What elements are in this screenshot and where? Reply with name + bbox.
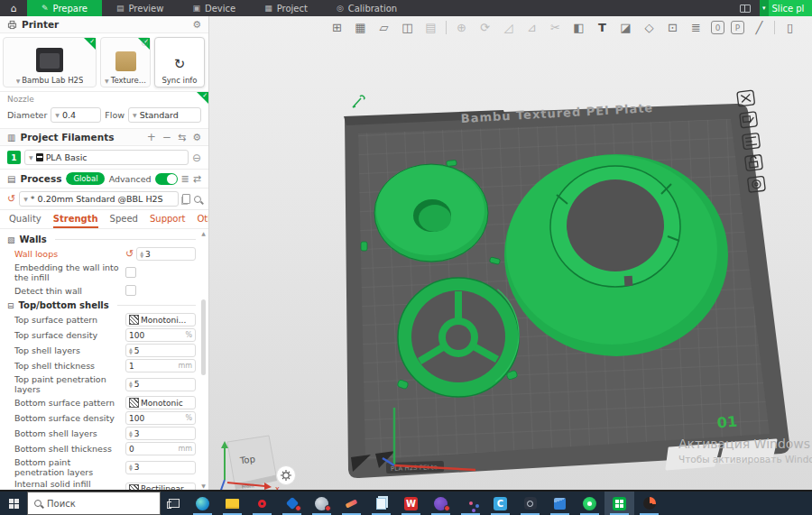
color-paint-icon[interactable]: ◧ bbox=[570, 19, 587, 36]
taskbar-app-opera-browser[interactable] bbox=[247, 492, 277, 515]
window-layout-icon[interactable] bbox=[740, 5, 751, 13]
start-button[interactable] bbox=[0, 492, 27, 515]
menu-tab-project[interactable]: ▦Project bbox=[250, 0, 322, 16]
sync-filament-icon[interactable]: ⇆ bbox=[178, 132, 186, 143]
taskbar-app-cube-3d-app[interactable] bbox=[545, 492, 575, 515]
process-tab-support[interactable]: Support bbox=[150, 214, 186, 228]
edit-filament-icon[interactable]: ⊖ bbox=[192, 152, 201, 164]
spin-input[interactable]: ▲▼5 bbox=[125, 378, 196, 391]
add-plate-icon[interactable]: ▦ bbox=[352, 19, 369, 36]
taskbar-app-camera-app[interactable] bbox=[515, 492, 545, 515]
spin-input[interactable]: ▲▼3 bbox=[125, 427, 196, 440]
assembly-p-icon[interactable]: P bbox=[731, 21, 744, 34]
spin-input[interactable]: ▲▼5 bbox=[125, 344, 196, 357]
menu-tab-preview[interactable]: ▤Preview bbox=[102, 0, 178, 16]
info-icon[interactable]: ⓘ bbox=[142, 39, 148, 48]
sync-info-button[interactable]: ↻ Sync info bbox=[154, 37, 205, 87]
process-preset-select[interactable]: ▼ * 0.20mm Standard @BBL H2S bbox=[19, 191, 179, 207]
model-cone[interactable] bbox=[504, 154, 728, 356]
nozzle-diameter-select[interactable]: ▼ 0.4 bbox=[51, 107, 101, 123]
search-settings-icon[interactable] bbox=[194, 196, 201, 203]
advanced-toggle[interactable] bbox=[155, 173, 178, 185]
edge-tool-icon[interactable]: ▯ bbox=[781, 19, 798, 36]
viewport-3d[interactable]: ⊞▦▱◫▤⊕⟳◿⊿✂◧T◪◇⊡≣0P╱▯ Bambu Textured PEI … bbox=[209, 16, 812, 490]
spinner-arrows-icon[interactable]: ▲▼ bbox=[129, 464, 133, 471]
filament-settings-gear-icon[interactable]: ⚙ bbox=[192, 132, 201, 143]
taskbar-app-file-explorer[interactable] bbox=[217, 492, 247, 515]
taskbar-app-blue-diamond-app[interactable] bbox=[277, 492, 307, 515]
menu-tab-prepare[interactable]: ✎Prepare bbox=[27, 0, 102, 16]
home-button[interactable]: ⌂ bbox=[0, 0, 27, 16]
section-header[interactable]: ⊟Top/bottom shells bbox=[7, 300, 196, 310]
value-input[interactable]: 100% bbox=[125, 328, 196, 342]
printer-card[interactable]: ▼Bambu Lab H2S bbox=[3, 37, 97, 87]
view-settings-button[interactable] bbox=[277, 466, 296, 485]
spin-input[interactable]: ▲▼3 bbox=[136, 247, 196, 261]
process-tab-speed[interactable]: Speed bbox=[110, 214, 138, 228]
spinner-arrows-icon[interactable]: ▲▼ bbox=[129, 381, 133, 388]
slice-button[interactable]: ▾ Slice pl bbox=[760, 0, 812, 16]
printer-settings-gear-icon[interactable]: ⚙ bbox=[192, 19, 201, 31]
taskbar-search[interactable]: Поиск bbox=[27, 492, 161, 515]
filament-select[interactable]: ▼ PLA Basic bbox=[24, 150, 189, 165]
pattern-select[interactable]: Monotoni... bbox=[125, 313, 196, 326]
edit-plate-name-icon[interactable] bbox=[353, 96, 364, 107]
taskbar-app-edge-browser[interactable] bbox=[188, 492, 217, 515]
reset-value-icon[interactable]: ↺ bbox=[125, 248, 134, 260]
add-filament-button[interactable]: + bbox=[147, 131, 156, 143]
text-tool-icon[interactable]: T bbox=[594, 19, 611, 36]
spinner-arrows-icon[interactable]: ▲▼ bbox=[129, 347, 133, 354]
expand-settings-icon[interactable]: ≣ bbox=[181, 173, 189, 185]
process-tab-others[interactable]: Others bbox=[198, 214, 210, 228]
nozzle-flow-select[interactable]: ▼ Standard bbox=[128, 107, 201, 123]
auto-orient-icon[interactable]: ▱ bbox=[375, 19, 392, 36]
compare-presets-icon[interactable]: ⇄ bbox=[193, 173, 201, 185]
section-header[interactable]: ▧Walls bbox=[7, 235, 196, 244]
save-preset-icon[interactable] bbox=[182, 194, 190, 204]
checkbox[interactable] bbox=[125, 285, 136, 296]
value-input[interactable]: 100% bbox=[125, 411, 196, 425]
checkbox[interactable] bbox=[125, 267, 136, 278]
spinner-arrows-icon[interactable]: ▲▼ bbox=[140, 251, 143, 258]
add-object-icon[interactable]: ⊞ bbox=[328, 19, 346, 36]
scroll-down-icon[interactable]: ▼ bbox=[201, 483, 206, 489]
taskbar-app-cura[interactable]: C bbox=[485, 492, 515, 515]
taskbar-app-whatsapp[interactable] bbox=[575, 492, 604, 515]
assembly-0-icon[interactable]: 0 bbox=[711, 21, 724, 34]
chevron-down-icon[interactable]: ▾ bbox=[760, 0, 769, 16]
plate-type-card[interactable]: ⓘ ▼Texture... bbox=[100, 37, 151, 87]
scrollbar-thumb[interactable] bbox=[201, 299, 206, 375]
task-view-button[interactable] bbox=[161, 492, 188, 515]
value-input[interactable]: 1mm bbox=[125, 359, 196, 372]
process-tab-quality[interactable]: Quality bbox=[9, 214, 42, 228]
taskbar-app-notify-app[interactable] bbox=[307, 492, 337, 515]
pattern-select[interactable]: Monotonic bbox=[125, 396, 196, 409]
remove-filament-button[interactable]: − bbox=[162, 131, 171, 143]
scroll-up-icon[interactable]: ▲ bbox=[201, 230, 206, 236]
variable-layer-height-icon[interactable]: ≣ bbox=[687, 19, 705, 36]
fix-model-icon[interactable]: ⊡ bbox=[664, 19, 681, 36]
spin-input[interactable]: ▲▼3 bbox=[125, 461, 196, 474]
taskbar-app-purple-chat-app[interactable] bbox=[426, 492, 456, 515]
split-window-icon[interactable]: ◫ bbox=[399, 19, 416, 36]
mesh-boolean-icon[interactable]: ◇ bbox=[641, 19, 658, 36]
taskbar-app-bambu-studio[interactable] bbox=[604, 492, 634, 515]
process-tab-strength[interactable]: Strength bbox=[53, 214, 98, 228]
spinner-arrows-icon[interactable]: ▲▼ bbox=[129, 430, 133, 437]
taskbar-app-w-app[interactable]: W bbox=[396, 492, 426, 515]
scope-global-button[interactable]: Global bbox=[66, 172, 104, 185]
taskbar-app-notes-app[interactable] bbox=[366, 492, 396, 515]
menu-tab-calibration[interactable]: ◎Calibration bbox=[322, 0, 411, 16]
filament-slot-number[interactable]: 1 bbox=[7, 151, 21, 164]
measure-icon[interactable]: ╱ bbox=[751, 19, 768, 36]
taskbar-app-orange-browser[interactable] bbox=[634, 492, 664, 515]
params-scrollbar[interactable]: ▲ ▼ bbox=[199, 230, 208, 489]
taskbar-app-molecule-app[interactable] bbox=[456, 492, 485, 515]
reset-preset-icon[interactable]: ↺ bbox=[7, 193, 15, 205]
split-objects-icon[interactable]: ◪ bbox=[617, 19, 634, 36]
orientation-cube[interactable]: Top Front x bbox=[220, 436, 280, 490]
menu-tab-device[interactable]: ▣Device bbox=[178, 0, 250, 16]
taskbar-app-brush-app[interactable] bbox=[337, 492, 366, 515]
pattern-select[interactable]: Rectilinear bbox=[125, 483, 196, 491]
value-input[interactable]: 0mm bbox=[125, 442, 196, 455]
